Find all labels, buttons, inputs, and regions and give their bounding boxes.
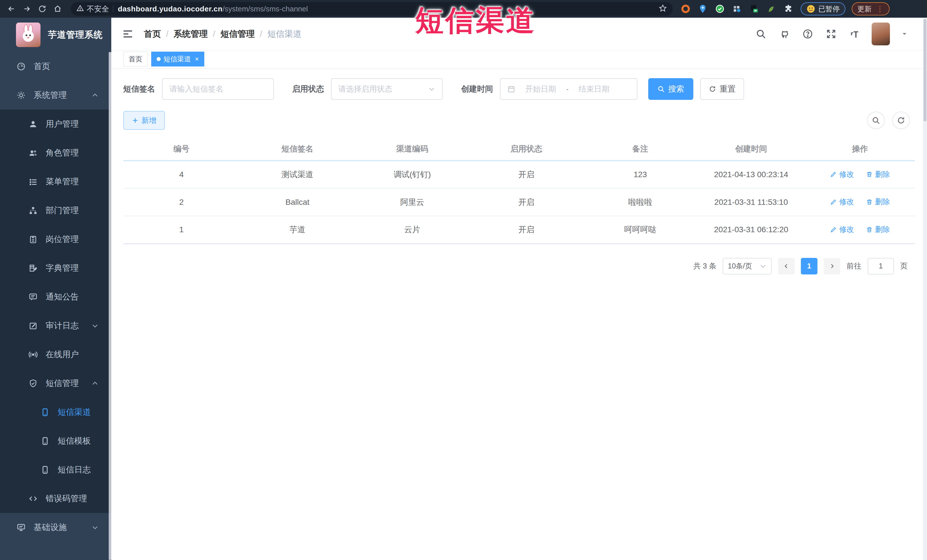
sidebar-item-menus[interactable]: 菜单管理 [0,167,111,196]
edit-link[interactable]: 修改 [830,170,854,179]
date-separator: - [566,85,568,94]
date-range-picker[interactable]: - [500,78,637,100]
phone-doc-icon [41,465,50,474]
sidebar-item-depts[interactable]: 部门管理 [0,196,111,225]
reload-icon[interactable] [36,3,49,15]
page-number-button[interactable]: 1 [801,258,818,275]
avatar[interactable] [872,23,890,46]
home-icon[interactable] [52,3,64,15]
extensions-row [680,3,794,14]
gear-icon [17,91,26,100]
date-end-input[interactable] [573,85,615,94]
chevron-down-icon [759,263,767,270]
breadcrumb-sms[interactable]: 短信管理 [220,28,255,40]
sidebar-item-sms-log[interactable]: 短信日志 [0,455,111,484]
trash-icon [866,171,873,178]
broadcast-icon [29,350,38,359]
search-icon[interactable] [755,28,767,40]
page-size-select[interactable]: 10条/页 [723,258,772,275]
ext-orange-ring-icon[interactable] [680,3,691,14]
sidebar-item-posts[interactable]: 岗位管理 [0,225,111,253]
breadcrumb-home[interactable]: 首页 [144,28,161,40]
ext-grid-icon[interactable] [732,3,742,14]
hamburger-icon[interactable] [122,28,134,40]
sidebar-item-home[interactable]: 首页 [0,52,111,81]
cell-created: 2021-03-31 11:53:10 [697,188,805,216]
date-start-input[interactable] [519,85,562,94]
table-settings [867,112,915,129]
chevron-down-icon [91,322,99,329]
paused-extension-pill[interactable]: 已暂停 [801,2,845,15]
tag-view-bar: 首页 短信渠道 × [111,50,927,69]
close-icon[interactable]: × [195,56,199,62]
pencil-icon [830,199,837,205]
tree-icon [29,206,38,215]
chevron-down-icon[interactable] [901,30,908,38]
trash-icon [866,226,873,233]
delete-link[interactable]: 删除 [866,170,890,179]
tab-sms-channel[interactable]: 短信渠道 × [151,52,204,67]
sidebar-item-sms[interactable]: 短信管理 [0,369,111,398]
sidebar-item-sms-template[interactable]: 短信模板 [0,426,111,455]
page-scrollbar[interactable] [923,18,927,560]
cell-actions: 修改 删除 [805,188,915,216]
sidebar-item-error-code[interactable]: 错误码管理 [0,484,111,513]
edit-log-icon [29,321,38,330]
breadcrumb-system[interactable]: 系统管理 [173,28,208,40]
ext-check-icon[interactable] [714,3,725,14]
cell-actions: 修改 删除 [805,161,915,188]
reset-button[interactable]: 重置 [700,78,744,100]
sign-input[interactable] [169,85,266,94]
next-page-button[interactable] [824,258,840,275]
cell-created: 2021-04-13 00:23:14 [697,161,805,188]
star-icon[interactable] [658,4,667,14]
forward-icon[interactable] [21,3,33,15]
shield-icon [29,379,38,388]
ext-switch-icon[interactable] [749,3,760,14]
delete-link[interactable]: 删除 [866,197,890,207]
ext-pin-icon[interactable] [697,3,708,14]
sidebar-scrollbar[interactable] [109,52,111,560]
edit-label: 修改 [839,197,854,207]
add-button[interactable]: 新增 [123,111,165,130]
goto-page-input[interactable] [868,258,894,275]
ext-leaf-icon[interactable] [766,3,777,14]
search-button[interactable]: 搜索 [648,78,693,100]
font-size-icon[interactable] [848,28,861,40]
refresh-icon [709,85,716,93]
refresh-button[interactable] [892,112,910,129]
sidebar-item-label: 短信渠道 [58,407,91,418]
question-icon[interactable] [801,28,814,40]
sidebar-item-sms-channel[interactable]: 短信渠道 [0,398,111,426]
edit-link[interactable]: 修改 [830,225,854,235]
url-bar[interactable]: 不安全 dashboard.yudao.iocoder.cn /system/s… [71,2,673,16]
extensions-puzzle-icon[interactable] [783,3,794,14]
sidebar-menu: 首页 系统管理 用户管理 角色管理 [0,52,111,542]
edit-link[interactable]: 修改 [830,197,854,207]
sidebar-item-notice[interactable]: 通知公告 [0,282,111,311]
sidebar-item-system[interactable]: 系统管理 [0,81,111,109]
search-toggle-button[interactable] [867,112,885,129]
status-select[interactable]: 请选择启用状态 [331,78,443,100]
prev-page-button[interactable] [778,258,795,275]
sidebar-item-online-users[interactable]: 在线用户 [0,340,111,369]
sidebar-item-users[interactable]: 用户管理 [0,109,111,138]
fullscreen-icon[interactable] [825,28,837,40]
security-label[interactable]: 不安全 [87,4,109,14]
github-icon[interactable] [778,28,790,40]
app: 芋道管理系统 首页 系统管理 用户管理 [0,18,927,560]
sidebar-item-label: 短信模板 [58,436,91,447]
sidebar-logo[interactable]: 芋道管理系统 [0,18,111,52]
sidebar-item-audit-log[interactable]: 审计日志 [0,311,111,340]
delete-link[interactable]: 删除 [866,225,890,235]
sidebar-item-roles[interactable]: 角色管理 [0,138,111,167]
monitor-icon [17,523,26,532]
tab-home[interactable]: 首页 [123,52,148,67]
cell-remark: 123 [583,161,697,188]
goto-label: 前往 [846,261,862,271]
sidebar-item-infra[interactable]: 基础设施 [0,513,111,542]
back-icon[interactable] [5,3,18,15]
browser-menu-icon[interactable]: ⋮ [876,5,884,14]
update-button[interactable]: 更新 ⋮ [852,2,890,15]
sidebar-item-dict[interactable]: 字典管理 [0,253,111,282]
